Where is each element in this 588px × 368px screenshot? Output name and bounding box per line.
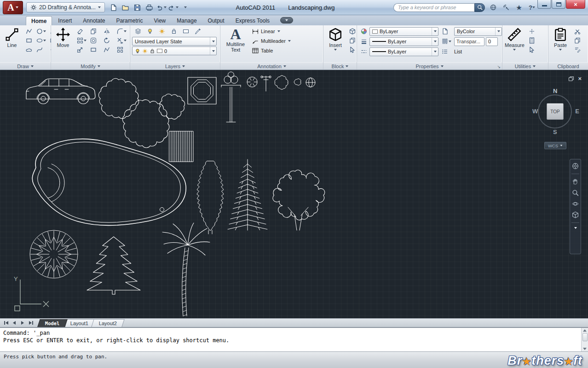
utilities-panel-label[interactable]: Utilities [502, 62, 548, 70]
viewcube-west[interactable]: W [532, 108, 538, 115]
cut-button[interactable] [572, 27, 582, 36]
globe-symbol[interactable] [306, 78, 315, 87]
create-block-button[interactable] [347, 27, 357, 36]
next-layout-button[interactable] [18, 320, 27, 327]
block-panel-label[interactable]: Block [323, 62, 357, 70]
mirror-tool-button[interactable] [102, 27, 112, 36]
layer-freeze-button[interactable] [157, 27, 167, 36]
annotation-panel-label[interactable]: Annotation [220, 62, 323, 70]
tab-layout2[interactable]: Layout2 [91, 319, 125, 327]
sprinkler-symbol[interactable] [261, 76, 271, 91]
layer-on-off-button[interactable] [145, 27, 155, 36]
shrub-cluster-drawing[interactable] [98, 78, 184, 147]
plan-tree-symbol[interactable] [247, 77, 257, 87]
tab-home[interactable]: Home [26, 16, 52, 25]
redo-button[interactable] [168, 2, 179, 12]
drawing-restore-button[interactable] [569, 75, 574, 83]
ribbon-minimize-button[interactable] [280, 17, 293, 23]
communication-center-button[interactable] [502, 3, 511, 12]
linetype-dropdown[interactable]: ByLayer [369, 47, 438, 56]
transparency-button[interactable] [440, 37, 453, 46]
command-window[interactable]: Command: '_pan Press ESC or ENTER to exi… [0, 327, 588, 351]
tab-model[interactable]: Model [37, 319, 67, 327]
orbit-button[interactable] [572, 200, 579, 207]
circle-tool-button[interactable] [35, 27, 47, 36]
multileader-button[interactable]: Multileader [251, 36, 292, 45]
revision-cloud-tool-button[interactable] [24, 45, 34, 54]
tab-layout1[interactable]: Layout1 [63, 319, 96, 327]
layer-properties-button[interactable] [133, 27, 143, 36]
copy-tool-button[interactable] [88, 27, 98, 36]
first-layout-button[interactable] [2, 320, 10, 327]
lineweight-button[interactable] [359, 37, 369, 46]
undo-button[interactable] [156, 2, 167, 12]
tab-parametric[interactable]: Parametric [111, 16, 148, 25]
subscription-center-button[interactable] [489, 3, 498, 12]
spa-drawing[interactable] [188, 77, 216, 104]
tab-express-tools[interactable]: Express Tools [231, 16, 275, 25]
plot-style-button[interactable] [440, 27, 450, 36]
showmotion-button[interactable] [572, 211, 579, 218]
dropdown-button[interactable] [495, 28, 502, 35]
fillet-tool-button[interactable] [115, 27, 128, 36]
drawing-entities[interactable] [0, 70, 588, 318]
object-color-button[interactable] [359, 27, 369, 36]
measure-tool-button[interactable]: Measure [504, 27, 525, 51]
dropdown-button[interactable] [432, 48, 438, 56]
wcs-button[interactable]: WCS [544, 142, 566, 149]
viewcube-top-face[interactable]: TOP [547, 103, 564, 120]
minimize-button[interactable] [537, 0, 551, 9]
modify-panel-label[interactable]: Modify [51, 62, 130, 70]
scroll-down-icon[interactable] [583, 348, 587, 350]
layer-lock-button[interactable] [169, 27, 179, 36]
properties-dialog-launcher[interactable]: ↘ [497, 64, 501, 69]
edit-block-button[interactable] [347, 36, 357, 45]
lineweight-dropdown[interactable]: ByLayer [369, 37, 438, 46]
stretch-tool-button[interactable] [88, 45, 98, 54]
list-button-icon-cell[interactable] [440, 47, 450, 56]
workspace-switcher[interactable]: 2D Drafting & Annota... [26, 2, 105, 12]
poplar-tree-drawing[interactable] [197, 161, 224, 234]
transparency-value-field[interactable]: 0 [486, 37, 498, 46]
bush-symbol[interactable] [275, 76, 288, 89]
match-properties-button[interactable] [572, 45, 582, 54]
ellipse-tool-button[interactable] [35, 36, 47, 45]
object-color-dropdown[interactable]: ByLayer [369, 27, 438, 36]
command-history[interactable]: Command: '_pan Press ESC or ENTER to exi… [0, 328, 588, 345]
car-drawing[interactable] [26, 79, 95, 104]
viewcube-north[interactable]: N [553, 88, 557, 94]
deck-steps-drawing[interactable] [169, 131, 193, 162]
sprout-symbol[interactable] [294, 79, 301, 85]
deciduous-tree-drawing[interactable] [273, 170, 325, 230]
close-button[interactable]: × [566, 0, 585, 9]
draw-panel-label[interactable]: Draw [0, 62, 51, 70]
street-lamp-drawing[interactable] [221, 72, 241, 122]
id-point-button[interactable] [527, 27, 537, 36]
maximize-button[interactable] [552, 0, 565, 9]
spruce-tree-drawing[interactable] [87, 237, 140, 294]
layer-dropdown[interactable]: 0 [132, 47, 217, 55]
table-button[interactable]: Table [251, 46, 292, 55]
save-button[interactable] [132, 2, 143, 12]
viewcube-south[interactable]: S [553, 129, 557, 135]
favorites-button[interactable]: ★ [514, 3, 524, 12]
new-document-button[interactable] [108, 2, 119, 12]
viewcube-east[interactable]: E [575, 108, 579, 115]
qat-customize-button[interactable] [180, 2, 191, 12]
layer-state-dropdown[interactable]: Unsaved Layer State [132, 37, 217, 46]
insert-block-button[interactable]: Insert [325, 27, 346, 51]
rotate-tool-button[interactable] [102, 36, 112, 45]
list-button[interactable]: List [454, 47, 502, 56]
drawing-close-button[interactable]: × [578, 76, 582, 82]
scale-tool-button[interactable] [75, 45, 85, 54]
ucs-icon[interactable]: Y [12, 274, 52, 315]
chevron-down-icon[interactable] [574, 227, 577, 229]
quick-calc-button[interactable] [527, 36, 537, 45]
explode-tool-button[interactable] [115, 45, 125, 54]
dropdown-button[interactable] [210, 37, 216, 45]
tab-view[interactable]: View [149, 16, 171, 25]
last-layout-button[interactable] [27, 320, 35, 327]
layers-panel-label[interactable]: Layers [130, 62, 220, 70]
array-tool-button[interactable] [75, 36, 88, 45]
layer-match-button[interactable] [193, 27, 203, 36]
